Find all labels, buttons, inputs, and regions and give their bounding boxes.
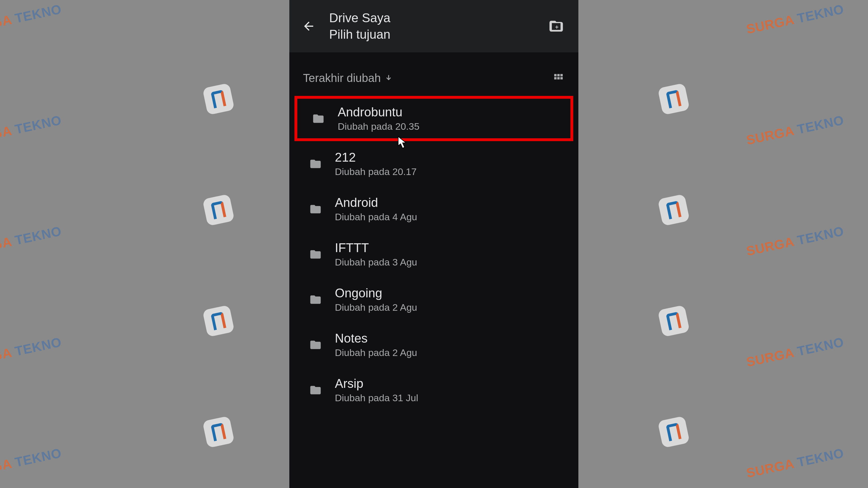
folder-modified: Diubah pada 3 Agu	[335, 257, 417, 268]
sort-label-text: Terakhir diubah	[303, 72, 381, 85]
folder-icon	[309, 248, 322, 261]
watermark-text-orange: SURGA	[745, 12, 795, 37]
watermark-logo	[657, 416, 690, 448]
folder-icon	[309, 383, 322, 397]
watermark-logo	[657, 194, 690, 226]
new-folder-icon	[549, 19, 564, 34]
folder-name: IFTTT	[335, 241, 417, 255]
app-bar: Drive Saya Pilih tujuan	[289, 0, 578, 52]
watermark-text-blue: TEKNO	[14, 223, 63, 248]
watermark-text-blue: TEKNO	[796, 334, 845, 359]
folder-modified: Diubah pada 2 Agu	[335, 347, 417, 358]
watermark-text-blue: TEKNO	[14, 445, 63, 469]
watermark-text-orange: SURGA	[0, 345, 13, 370]
watermark-text-orange: SURGA	[0, 234, 13, 258]
folder-list: Androbuntu Diubah pada 20.35 212 Diubah …	[289, 96, 578, 413]
watermark-logo	[202, 416, 235, 448]
arrow-down-icon	[384, 74, 393, 83]
folder-modified: Diubah pada 20.35	[338, 121, 420, 132]
folder-name: Ongoing	[335, 286, 417, 300]
back-arrow-icon	[302, 19, 315, 33]
folder-modified: Diubah pada 2 Agu	[335, 302, 417, 313]
watermark-logo	[657, 305, 690, 337]
folder-icon	[309, 157, 322, 171]
folder-name: 212	[335, 150, 416, 164]
watermark-text-orange: SURGA	[745, 234, 795, 258]
folder-name: Notes	[335, 331, 417, 345]
folder-modified: Diubah pada 31 Jul	[335, 392, 418, 403]
grid-icon	[553, 72, 564, 84]
sort-row: Terakhir diubah	[289, 52, 578, 96]
watermark-logo	[657, 83, 690, 115]
folder-row-notes[interactable]: Notes Diubah pada 2 Agu	[289, 322, 578, 367]
watermark-text-blue: TEKNO	[796, 445, 845, 469]
watermark-text-orange: SURGA	[0, 12, 13, 37]
watermark-logo	[202, 83, 235, 115]
watermark-text-blue: TEKNO	[796, 223, 845, 248]
back-button[interactable]	[295, 12, 322, 40]
folder-name: Androbuntu	[338, 105, 420, 119]
folder-icon	[309, 293, 322, 306]
watermark-text-orange: SURGA	[0, 123, 13, 148]
page-subtitle: Pilih tujuan	[329, 26, 548, 43]
svg-rect-3	[554, 74, 556, 76]
svg-rect-5	[560, 74, 563, 76]
folder-name: Android	[335, 195, 417, 210]
watermark-logo	[202, 305, 235, 337]
svg-rect-2	[552, 23, 560, 30]
watermark-text-orange: SURGA	[745, 456, 795, 481]
folder-modified: Diubah pada 20.17	[335, 166, 416, 177]
watermark-logo	[202, 194, 235, 226]
new-folder-button[interactable]	[548, 18, 565, 35]
sort-button[interactable]: Terakhir diubah	[303, 72, 393, 85]
svg-rect-4	[557, 74, 560, 76]
watermark-text-orange: SURGA	[745, 345, 795, 370]
folder-modified: Diubah pada 4 Agu	[335, 211, 417, 222]
page-title: Drive Saya	[329, 10, 548, 26]
folder-icon	[309, 338, 322, 352]
folder-row-ongoing[interactable]: Ongoing Diubah pada 2 Agu	[289, 277, 578, 322]
svg-rect-6	[554, 77, 556, 79]
watermark-text-blue: TEKNO	[796, 1, 845, 26]
folder-name: Arsip	[335, 376, 418, 391]
watermark-text-blue: TEKNO	[14, 334, 63, 359]
folder-row-android[interactable]: Android Diubah pada 4 Agu	[289, 186, 578, 232]
watermark-text-blue: TEKNO	[14, 113, 63, 136]
folder-row-212[interactable]: 212 Diubah pada 20.17	[289, 141, 578, 186]
watermark-text-blue: TEKNO	[14, 1, 63, 26]
watermark-text-blue: TEKNO	[796, 113, 845, 136]
folder-icon	[309, 202, 322, 216]
folder-row-androbuntu[interactable]: Androbuntu Diubah pada 20.35	[294, 96, 573, 141]
folder-icon	[312, 112, 325, 125]
svg-rect-8	[560, 77, 563, 79]
svg-rect-7	[557, 77, 560, 79]
phone-screen: Drive Saya Pilih tujuan Terakhir diubah	[289, 0, 578, 488]
watermark-text-orange: SURGA	[745, 123, 795, 148]
folder-row-ifttt[interactable]: IFTTT Diubah pada 3 Agu	[289, 232, 578, 277]
grid-view-button[interactable]	[552, 72, 565, 85]
title-block: Drive Saya Pilih tujuan	[329, 10, 548, 43]
folder-row-arsip[interactable]: Arsip Diubah pada 31 Jul	[289, 367, 578, 413]
watermark-text-orange: SURGA	[0, 456, 13, 481]
